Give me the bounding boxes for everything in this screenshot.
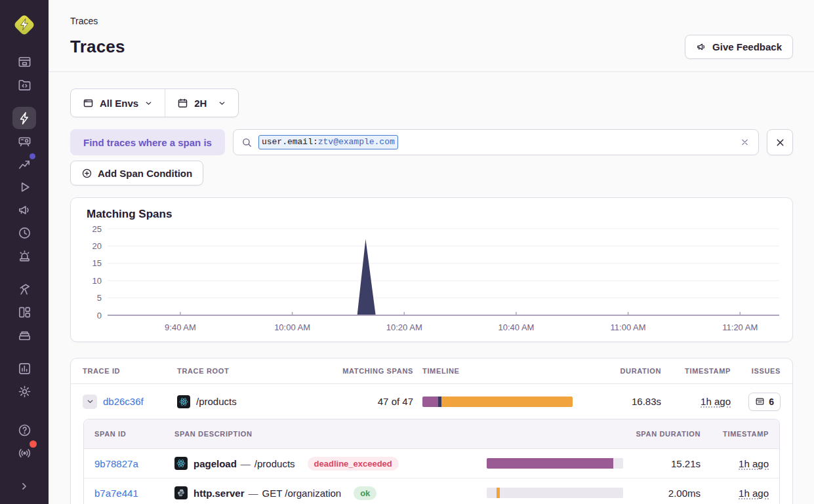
search-input[interactable]: user.email:ztv@example.com xyxy=(233,129,759,155)
span-timestamp[interactable]: 1h ago xyxy=(710,488,769,499)
trace-id-link[interactable]: db26c36f xyxy=(103,396,144,407)
lightning-icon xyxy=(17,111,32,126)
sidebar-item-history[interactable] xyxy=(12,222,36,244)
svg-text:10:20 AM: 10:20 AM xyxy=(386,322,422,332)
svg-text:20: 20 xyxy=(92,241,102,251)
chart-title: Matching Spans xyxy=(87,208,782,221)
span-row: 9b78827a pageload—/products deadline_exc… xyxy=(84,449,779,478)
sidebar-item-releases[interactable] xyxy=(12,324,36,346)
span-table-header: Span ID Span Description Span Duration T… xyxy=(84,419,779,449)
main-area: Traces Traces Give Feedback All Envs 2H xyxy=(49,0,814,504)
clear-search-button[interactable] xyxy=(740,138,750,147)
sidebar-item-dashboards-grid[interactable] xyxy=(12,301,36,323)
svg-text:5: 5 xyxy=(97,293,102,303)
span-duration: 2.00ms xyxy=(632,488,701,499)
span-timeline-bar[interactable] xyxy=(487,458,623,469)
col-duration: Duration xyxy=(602,367,661,375)
span-id-link[interactable]: 9b78827a xyxy=(94,458,165,469)
help-icon xyxy=(17,423,32,438)
sidebar-item-insights[interactable] xyxy=(12,153,36,175)
insights-chart-icon xyxy=(17,157,32,172)
sidebar xyxy=(0,0,49,504)
span-separator: — xyxy=(241,458,251,469)
environment-filter[interactable]: All Envs xyxy=(71,89,165,117)
chevron-down-icon xyxy=(218,99,226,107)
sidebar-item-stats[interactable] xyxy=(12,357,36,379)
col-issues: Issues xyxy=(740,367,781,375)
time-range-filter[interactable]: 2H xyxy=(165,89,238,117)
react-platform-icon xyxy=(177,395,190,408)
search-token[interactable]: user.email:ztv@example.com xyxy=(258,135,398,149)
sidebar-item-settings[interactable] xyxy=(12,380,36,402)
issues-inbox-icon xyxy=(17,54,32,69)
insights-notification-dot xyxy=(30,153,35,159)
trace-root-label: /products xyxy=(196,396,237,407)
sidebar-item-discover[interactable] xyxy=(12,278,36,300)
sidebar-item-replays[interactable] xyxy=(12,176,36,198)
add-span-condition-button[interactable]: Add Span Condition xyxy=(70,161,203,185)
svg-text:10: 10 xyxy=(92,276,102,286)
trace-row: db26c36f /products 47 of 47 16.83s 1h ag… xyxy=(71,384,792,419)
span-duration: 15.21s xyxy=(632,458,701,469)
clear-x-icon xyxy=(740,138,750,147)
matching-spans-chart[interactable]: 05101520259:40 AM10:00 AM10:20 AM10:40 A… xyxy=(81,223,782,339)
sidebar-collapse-toggle[interactable] xyxy=(12,475,36,497)
svg-text:10:40 AM: 10:40 AM xyxy=(498,322,534,332)
span-table: Span ID Span Description Span Duration T… xyxy=(83,419,780,504)
sidebar-item-feedback[interactable] xyxy=(12,199,36,221)
trace-timeline-bar[interactable] xyxy=(422,397,573,407)
issues-stack-icon xyxy=(755,397,765,406)
span-row: b7a7e441 http.server—GET /organization o… xyxy=(84,478,779,504)
span-id-link[interactable]: b7a7e441 xyxy=(94,488,165,499)
give-feedback-label: Give Feedback xyxy=(712,41,782,52)
breadcrumb[interactable]: Traces xyxy=(70,16,793,26)
svg-text:25: 25 xyxy=(92,224,102,234)
collapse-trace-button[interactable] xyxy=(83,395,97,409)
svg-text:11:20 AM: 11:20 AM xyxy=(722,322,758,332)
span-timestamp[interactable]: 1h ago xyxy=(710,458,769,469)
megaphone-icon xyxy=(696,41,707,52)
plus-circle-icon xyxy=(81,168,92,179)
page-header: Traces Traces Give Feedback xyxy=(49,0,814,72)
col-span-duration: Span Duration xyxy=(632,430,701,438)
sidebar-item-issues[interactable] xyxy=(12,50,36,73)
svg-text:11:00 AM: 11:00 AM xyxy=(611,322,646,332)
history-clock-icon xyxy=(17,225,32,241)
col-trace-root: Trace Root xyxy=(177,367,325,375)
svg-text:9:40 AM: 9:40 AM xyxy=(165,322,196,332)
sidebar-item-projects[interactable] xyxy=(12,73,36,96)
telescope-icon xyxy=(17,282,32,297)
sidebar-item-alerts[interactable] xyxy=(12,244,36,267)
span-status-badge: deadline_exceeded xyxy=(308,457,399,471)
sidebar-item-dashboards-projector[interactable] xyxy=(12,130,36,152)
environment-filter-label: All Envs xyxy=(100,98,138,109)
stats-bars-icon xyxy=(17,361,32,376)
sidebar-item-whats-new[interactable] xyxy=(12,442,36,464)
projector-icon xyxy=(17,134,32,149)
trace-issues-button[interactable]: 6 xyxy=(748,393,781,411)
trace-timestamp[interactable]: 1h ago xyxy=(670,396,731,407)
page-title: Traces xyxy=(70,37,125,57)
span-op: pageload xyxy=(193,458,237,469)
code-folder-icon xyxy=(17,77,32,92)
close-x-icon xyxy=(775,137,786,148)
chevron-right-icon xyxy=(18,480,31,493)
trace-issues-count: 6 xyxy=(769,397,774,407)
span-status-badge: ok xyxy=(354,486,376,500)
broadcast-icon xyxy=(17,446,32,461)
remove-condition-button[interactable] xyxy=(767,129,793,155)
play-icon xyxy=(17,180,32,195)
span-description: GET /organization xyxy=(262,488,342,499)
give-feedback-button[interactable]: Give Feedback xyxy=(685,35,793,59)
col-timeline: Timeline xyxy=(422,367,593,375)
sidebar-item-traces[interactable] xyxy=(12,107,36,129)
sidebar-item-help[interactable] xyxy=(12,419,36,441)
span-timeline-bar[interactable] xyxy=(487,488,623,498)
siren-icon xyxy=(17,248,32,263)
content: All Envs 2H Find traces where a span is … xyxy=(49,72,814,504)
dashboard-grid-icon xyxy=(17,305,32,320)
calendar-icon xyxy=(177,98,188,109)
search-token-key: user.email: xyxy=(262,137,318,147)
sentry-logo[interactable] xyxy=(10,10,39,39)
col-matching-spans: Matching Spans xyxy=(335,367,413,375)
